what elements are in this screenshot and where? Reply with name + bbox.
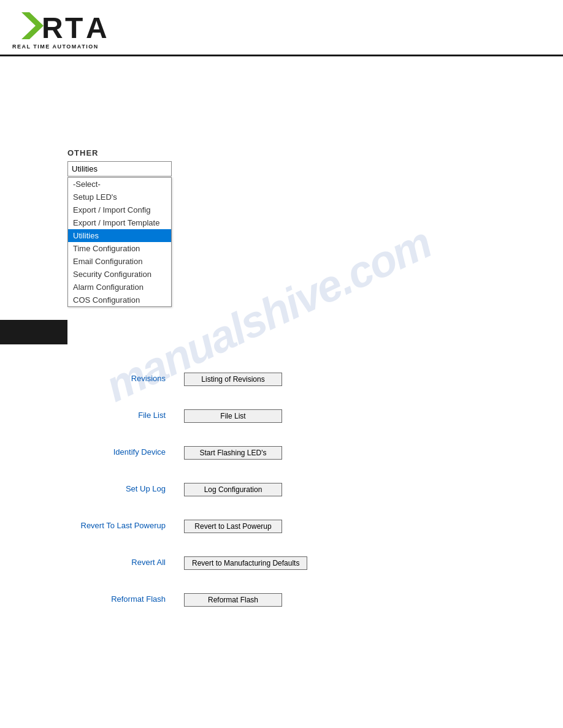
utility-button-col-set-up-log: Log Configuration [184, 483, 514, 496]
logo-container: R T A REAL TIME AUTOMATION [12, 6, 110, 50]
start-flashing-leds-button[interactable]: Start Flashing LED's [184, 446, 282, 460]
utilities-section: Revisions Listing of Revisions File List… [49, 373, 514, 630]
utility-label-file-list: File List [49, 409, 184, 420]
utility-button-col-revert-all: Revert to Manufacturing Defaults [184, 556, 514, 570]
svg-text:T: T [65, 12, 83, 44]
utility-row-revert-last-powerup: Revert To Last Powerup Revert to Last Po… [49, 520, 514, 550]
select-container[interactable]: -Select- Setup LED's Export / Import Con… [67, 161, 172, 176]
utility-label-set-up-log: Set Up Log [49, 483, 184, 493]
reformat-flash-button[interactable]: Reformat Flash [184, 593, 282, 607]
dropdown-item-security-config[interactable]: Security Configuration [68, 268, 171, 281]
revert-to-manufacturing-defaults-button[interactable]: Revert to Manufacturing Defaults [184, 556, 307, 570]
svg-text:A: A [86, 12, 107, 44]
utility-row-identify-device: Identify Device Start Flashing LED's [49, 446, 514, 477]
other-section: OTHER -Select- Setup LED's Export / Impo… [67, 148, 514, 176]
dropdown-item-export-import-template[interactable]: Export / Import Template [68, 216, 171, 229]
utility-row-set-up-log: Set Up Log Log Configuration [49, 483, 514, 514]
utility-label-reformat-flash: Reformat Flash [49, 593, 184, 604]
utility-row-file-list: File List File List [49, 409, 514, 440]
svg-marker-0 [21, 12, 44, 39]
utility-button-col-revert-last-powerup: Revert to Last Powerup [184, 520, 514, 533]
utility-button-col-revisions: Listing of Revisions [184, 373, 514, 386]
other-select[interactable]: -Select- Setup LED's Export / Import Con… [67, 161, 172, 176]
main-content: OTHER -Select- Setup LED's Export / Impo… [0, 56, 563, 648]
utility-label-revert-last-powerup: Revert To Last Powerup [49, 520, 184, 530]
log-configuration-button[interactable]: Log Configuration [184, 483, 282, 496]
utility-label-revert-all: Revert All [49, 556, 184, 567]
dropdown-item-cos-config[interactable]: COS Configuration [68, 294, 171, 306]
dropdown-item-setup-leds[interactable]: Setup LED's [68, 191, 171, 203]
sidebar-block [0, 320, 67, 344]
utility-button-col-file-list: File List [184, 409, 514, 423]
file-list-button[interactable]: File List [184, 409, 282, 423]
utility-button-col-identify-device: Start Flashing LED's [184, 446, 514, 460]
dropdown-item-email-config[interactable]: Email Configuration [68, 255, 171, 268]
dropdown-item-select[interactable]: -Select- [68, 178, 171, 191]
other-label: OTHER [67, 148, 514, 157]
utility-row-reformat-flash: Reformat Flash Reformat Flash [49, 593, 514, 624]
revert-to-last-powerup-button[interactable]: Revert to Last Powerup [184, 520, 282, 533]
utility-row-revisions: Revisions Listing of Revisions [49, 373, 514, 403]
rta-logo: R T A [12, 6, 110, 46]
logo-tagline: REAL TIME AUTOMATION [12, 44, 99, 50]
svg-text:R: R [42, 12, 63, 44]
dropdown-item-utilities[interactable]: Utilities [68, 229, 171, 242]
dropdown-item-time-config[interactable]: Time Configuration [68, 242, 171, 255]
dropdown-open: -Select- Setup LED's Export / Import Con… [67, 177, 172, 307]
dropdown-item-alarm-config[interactable]: Alarm Configuration [68, 281, 171, 294]
utility-button-col-reformat-flash: Reformat Flash [184, 593, 514, 607]
utility-row-revert-all: Revert All Revert to Manufacturing Defau… [49, 556, 514, 587]
header: R T A REAL TIME AUTOMATION [0, 0, 563, 56]
utility-label-identify-device: Identify Device [49, 446, 184, 457]
dropdown-item-export-import-config[interactable]: Export / Import Config [68, 203, 171, 216]
listing-of-revisions-button[interactable]: Listing of Revisions [184, 373, 282, 386]
utility-label-revisions: Revisions [49, 373, 184, 383]
